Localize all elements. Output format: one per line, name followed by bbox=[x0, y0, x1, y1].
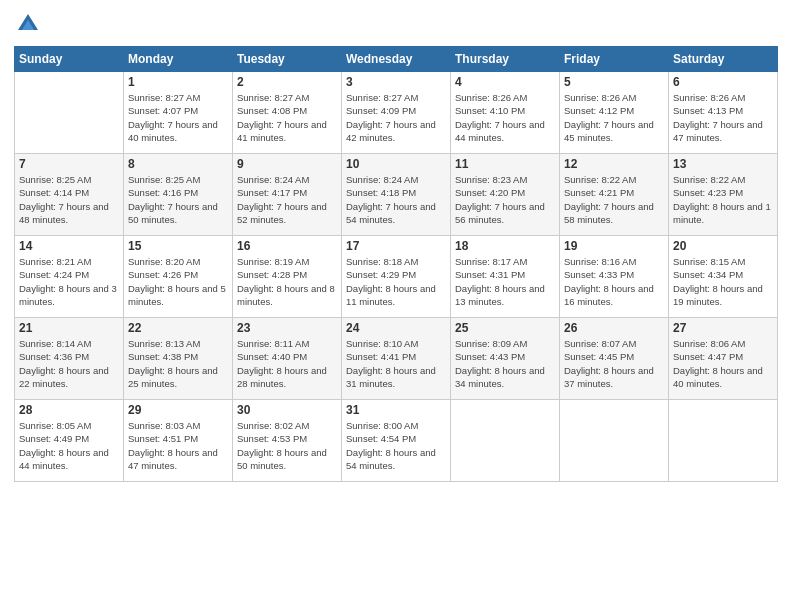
day-number: 16 bbox=[237, 239, 337, 253]
calendar-cell: 12Sunrise: 8:22 AMSunset: 4:21 PMDayligh… bbox=[560, 154, 669, 236]
weekday-header-tuesday: Tuesday bbox=[233, 47, 342, 72]
day-info: Sunrise: 8:18 AMSunset: 4:29 PMDaylight:… bbox=[346, 255, 446, 308]
day-number: 20 bbox=[673, 239, 773, 253]
calendar-cell: 15Sunrise: 8:20 AMSunset: 4:26 PMDayligh… bbox=[124, 236, 233, 318]
day-number: 19 bbox=[564, 239, 664, 253]
day-info: Sunrise: 8:22 AMSunset: 4:21 PMDaylight:… bbox=[564, 173, 664, 226]
calendar-cell: 9Sunrise: 8:24 AMSunset: 4:17 PMDaylight… bbox=[233, 154, 342, 236]
day-info: Sunrise: 8:22 AMSunset: 4:23 PMDaylight:… bbox=[673, 173, 773, 226]
day-number: 15 bbox=[128, 239, 228, 253]
calendar-cell: 5Sunrise: 8:26 AMSunset: 4:12 PMDaylight… bbox=[560, 72, 669, 154]
logo bbox=[14, 10, 46, 38]
day-info: Sunrise: 8:27 AMSunset: 4:07 PMDaylight:… bbox=[128, 91, 228, 144]
calendar-cell bbox=[669, 400, 778, 482]
calendar-cell: 14Sunrise: 8:21 AMSunset: 4:24 PMDayligh… bbox=[15, 236, 124, 318]
day-number: 4 bbox=[455, 75, 555, 89]
day-number: 21 bbox=[19, 321, 119, 335]
day-info: Sunrise: 8:24 AMSunset: 4:17 PMDaylight:… bbox=[237, 173, 337, 226]
day-number: 30 bbox=[237, 403, 337, 417]
logo-icon bbox=[14, 10, 42, 38]
weekday-header-monday: Monday bbox=[124, 47, 233, 72]
calendar-cell: 27Sunrise: 8:06 AMSunset: 4:47 PMDayligh… bbox=[669, 318, 778, 400]
day-number: 13 bbox=[673, 157, 773, 171]
day-number: 22 bbox=[128, 321, 228, 335]
calendar-cell: 19Sunrise: 8:16 AMSunset: 4:33 PMDayligh… bbox=[560, 236, 669, 318]
day-info: Sunrise: 8:00 AMSunset: 4:54 PMDaylight:… bbox=[346, 419, 446, 472]
week-row-2: 14Sunrise: 8:21 AMSunset: 4:24 PMDayligh… bbox=[15, 236, 778, 318]
calendar-cell: 21Sunrise: 8:14 AMSunset: 4:36 PMDayligh… bbox=[15, 318, 124, 400]
day-info: Sunrise: 8:17 AMSunset: 4:31 PMDaylight:… bbox=[455, 255, 555, 308]
day-info: Sunrise: 8:24 AMSunset: 4:18 PMDaylight:… bbox=[346, 173, 446, 226]
week-row-4: 28Sunrise: 8:05 AMSunset: 4:49 PMDayligh… bbox=[15, 400, 778, 482]
day-info: Sunrise: 8:13 AMSunset: 4:38 PMDaylight:… bbox=[128, 337, 228, 390]
day-info: Sunrise: 8:25 AMSunset: 4:16 PMDaylight:… bbox=[128, 173, 228, 226]
day-info: Sunrise: 8:05 AMSunset: 4:49 PMDaylight:… bbox=[19, 419, 119, 472]
day-number: 27 bbox=[673, 321, 773, 335]
weekday-header-saturday: Saturday bbox=[669, 47, 778, 72]
day-info: Sunrise: 8:27 AMSunset: 4:09 PMDaylight:… bbox=[346, 91, 446, 144]
day-info: Sunrise: 8:07 AMSunset: 4:45 PMDaylight:… bbox=[564, 337, 664, 390]
calendar-cell: 8Sunrise: 8:25 AMSunset: 4:16 PMDaylight… bbox=[124, 154, 233, 236]
calendar-cell: 30Sunrise: 8:02 AMSunset: 4:53 PMDayligh… bbox=[233, 400, 342, 482]
day-info: Sunrise: 8:09 AMSunset: 4:43 PMDaylight:… bbox=[455, 337, 555, 390]
calendar-cell: 24Sunrise: 8:10 AMSunset: 4:41 PMDayligh… bbox=[342, 318, 451, 400]
weekday-header-wednesday: Wednesday bbox=[342, 47, 451, 72]
calendar: SundayMondayTuesdayWednesdayThursdayFrid… bbox=[14, 46, 778, 482]
day-number: 18 bbox=[455, 239, 555, 253]
header bbox=[14, 10, 778, 38]
weekday-header-sunday: Sunday bbox=[15, 47, 124, 72]
day-info: Sunrise: 8:26 AMSunset: 4:12 PMDaylight:… bbox=[564, 91, 664, 144]
calendar-cell: 25Sunrise: 8:09 AMSunset: 4:43 PMDayligh… bbox=[451, 318, 560, 400]
day-number: 31 bbox=[346, 403, 446, 417]
calendar-cell: 2Sunrise: 8:27 AMSunset: 4:08 PMDaylight… bbox=[233, 72, 342, 154]
calendar-cell: 7Sunrise: 8:25 AMSunset: 4:14 PMDaylight… bbox=[15, 154, 124, 236]
day-number: 8 bbox=[128, 157, 228, 171]
page: SundayMondayTuesdayWednesdayThursdayFrid… bbox=[0, 0, 792, 612]
day-number: 25 bbox=[455, 321, 555, 335]
day-number: 9 bbox=[237, 157, 337, 171]
weekday-header-friday: Friday bbox=[560, 47, 669, 72]
day-number: 23 bbox=[237, 321, 337, 335]
calendar-cell: 18Sunrise: 8:17 AMSunset: 4:31 PMDayligh… bbox=[451, 236, 560, 318]
day-info: Sunrise: 8:06 AMSunset: 4:47 PMDaylight:… bbox=[673, 337, 773, 390]
calendar-cell: 1Sunrise: 8:27 AMSunset: 4:07 PMDaylight… bbox=[124, 72, 233, 154]
week-row-3: 21Sunrise: 8:14 AMSunset: 4:36 PMDayligh… bbox=[15, 318, 778, 400]
calendar-cell: 20Sunrise: 8:15 AMSunset: 4:34 PMDayligh… bbox=[669, 236, 778, 318]
calendar-body: 1Sunrise: 8:27 AMSunset: 4:07 PMDaylight… bbox=[15, 72, 778, 482]
calendar-cell: 16Sunrise: 8:19 AMSunset: 4:28 PMDayligh… bbox=[233, 236, 342, 318]
calendar-cell bbox=[15, 72, 124, 154]
day-info: Sunrise: 8:23 AMSunset: 4:20 PMDaylight:… bbox=[455, 173, 555, 226]
day-number: 1 bbox=[128, 75, 228, 89]
week-row-0: 1Sunrise: 8:27 AMSunset: 4:07 PMDaylight… bbox=[15, 72, 778, 154]
calendar-cell: 29Sunrise: 8:03 AMSunset: 4:51 PMDayligh… bbox=[124, 400, 233, 482]
day-info: Sunrise: 8:26 AMSunset: 4:10 PMDaylight:… bbox=[455, 91, 555, 144]
calendar-cell: 22Sunrise: 8:13 AMSunset: 4:38 PMDayligh… bbox=[124, 318, 233, 400]
calendar-cell bbox=[560, 400, 669, 482]
calendar-header-row: SundayMondayTuesdayWednesdayThursdayFrid… bbox=[15, 47, 778, 72]
day-info: Sunrise: 8:14 AMSunset: 4:36 PMDaylight:… bbox=[19, 337, 119, 390]
day-info: Sunrise: 8:10 AMSunset: 4:41 PMDaylight:… bbox=[346, 337, 446, 390]
calendar-cell bbox=[451, 400, 560, 482]
day-info: Sunrise: 8:11 AMSunset: 4:40 PMDaylight:… bbox=[237, 337, 337, 390]
day-number: 2 bbox=[237, 75, 337, 89]
day-info: Sunrise: 8:21 AMSunset: 4:24 PMDaylight:… bbox=[19, 255, 119, 308]
day-number: 17 bbox=[346, 239, 446, 253]
day-number: 11 bbox=[455, 157, 555, 171]
day-number: 28 bbox=[19, 403, 119, 417]
calendar-cell: 10Sunrise: 8:24 AMSunset: 4:18 PMDayligh… bbox=[342, 154, 451, 236]
day-number: 29 bbox=[128, 403, 228, 417]
calendar-cell: 13Sunrise: 8:22 AMSunset: 4:23 PMDayligh… bbox=[669, 154, 778, 236]
calendar-cell: 6Sunrise: 8:26 AMSunset: 4:13 PMDaylight… bbox=[669, 72, 778, 154]
calendar-cell: 11Sunrise: 8:23 AMSunset: 4:20 PMDayligh… bbox=[451, 154, 560, 236]
calendar-cell: 23Sunrise: 8:11 AMSunset: 4:40 PMDayligh… bbox=[233, 318, 342, 400]
calendar-cell: 28Sunrise: 8:05 AMSunset: 4:49 PMDayligh… bbox=[15, 400, 124, 482]
week-row-1: 7Sunrise: 8:25 AMSunset: 4:14 PMDaylight… bbox=[15, 154, 778, 236]
day-info: Sunrise: 8:02 AMSunset: 4:53 PMDaylight:… bbox=[237, 419, 337, 472]
day-number: 12 bbox=[564, 157, 664, 171]
day-info: Sunrise: 8:25 AMSunset: 4:14 PMDaylight:… bbox=[19, 173, 119, 226]
calendar-cell: 31Sunrise: 8:00 AMSunset: 4:54 PMDayligh… bbox=[342, 400, 451, 482]
day-number: 26 bbox=[564, 321, 664, 335]
calendar-cell: 17Sunrise: 8:18 AMSunset: 4:29 PMDayligh… bbox=[342, 236, 451, 318]
calendar-cell: 26Sunrise: 8:07 AMSunset: 4:45 PMDayligh… bbox=[560, 318, 669, 400]
day-number: 6 bbox=[673, 75, 773, 89]
